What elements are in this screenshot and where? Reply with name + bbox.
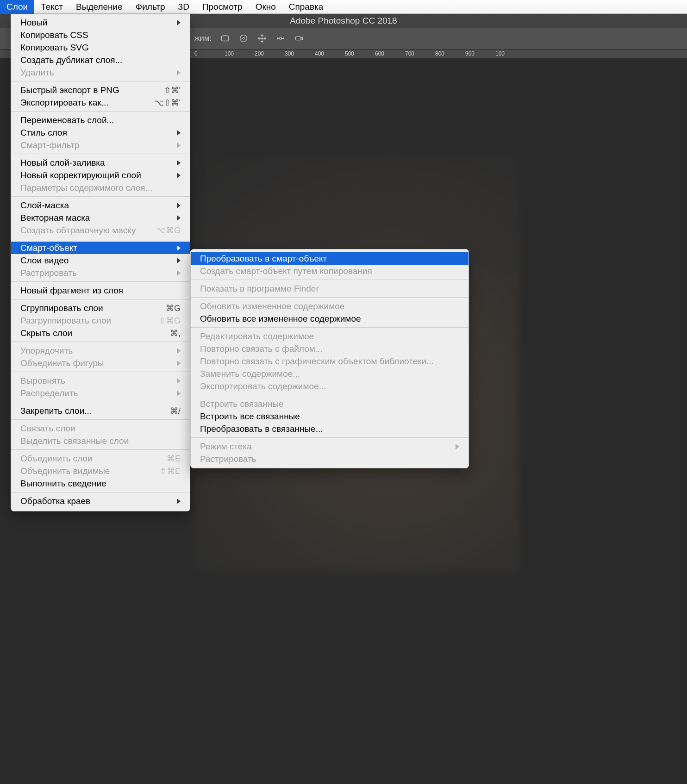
smart-object-submenu-item: Повторно связать с графическим объектом … <box>191 355 468 367</box>
menu-item-label: Смарт-фильтр <box>20 140 171 150</box>
layers-menu-item[interactable]: Переименовать слой... <box>11 114 190 126</box>
menubar-item-текст[interactable]: Текст <box>34 0 69 14</box>
layers-menu-item[interactable]: Новый корректирующий слой <box>11 169 190 181</box>
layers-menu-item[interactable]: Быстрый экспорт в PNG⇧⌘' <box>11 84 190 96</box>
menu-separator <box>11 492 190 492</box>
anchor-point-icon[interactable] <box>275 33 286 44</box>
smart-object-submenu-item: Редактировать содержимое <box>191 330 468 342</box>
ruler-tick: 100 <box>225 50 234 57</box>
menu-separator <box>191 327 468 328</box>
layers-menu-item[interactable]: Смарт-объект <box>11 242 190 254</box>
menubar-item-окно[interactable]: Окно <box>249 0 282 14</box>
menu-separator <box>191 280 468 280</box>
submenu-arrow-icon <box>177 143 181 148</box>
menu-item-shortcut: ⌘E <box>167 454 181 464</box>
smart-object-submenu-item[interactable]: Обновить все измененное содержимое <box>191 312 468 325</box>
layers-menu-item[interactable]: Слои видео <box>11 254 190 267</box>
ruler-tick: 0 <box>194 50 198 57</box>
menubar-item-выделение[interactable]: Выделение <box>69 0 129 14</box>
ruler-tick: 300 <box>285 50 294 57</box>
menu-separator <box>191 297 468 298</box>
menu-separator <box>191 395 468 395</box>
menu-item-label: Копировать SVG <box>20 43 181 53</box>
menu-item-label: Объединить видимые <box>20 466 160 476</box>
menu-item-shortcut: ⌘G <box>166 303 181 313</box>
menu-separator <box>11 449 190 450</box>
menu-item-label: Переименовать слой... <box>20 115 181 125</box>
move-arrows-icon[interactable] <box>257 33 267 44</box>
menu-item-label: Создать смарт-объект путем копирования <box>200 266 459 276</box>
layers-menu-item[interactable]: Закрепить слои...⌘/ <box>11 404 190 417</box>
smart-object-submenu-item: Растрировать <box>191 453 468 465</box>
layers-menu-item[interactable]: Обработка краев <box>11 495 190 507</box>
camera-icon[interactable] <box>294 33 304 44</box>
layers-menu-item: Связать слои <box>11 422 190 435</box>
ruler-tick: 700 <box>405 50 414 57</box>
layers-menu-item[interactable]: Копировать CSS <box>11 29 190 41</box>
menu-item-label: Экспортировать как... <box>20 98 154 108</box>
menubar-item-справка[interactable]: Справка <box>282 0 330 14</box>
submenu-arrow-icon <box>177 160 181 166</box>
menu-item-label: Выделить связанные слои <box>20 436 181 446</box>
layers-menu-item[interactable]: Скрыть слои⌘, <box>11 327 190 339</box>
smart-object-submenu-item: Повторно связать с файлом... <box>191 342 468 355</box>
smart-object-submenu-item: Обновить измененное содержимое <box>191 300 468 312</box>
ruler-tick: 200 <box>255 50 264 57</box>
layers-menu-item[interactable]: Экспортировать как...⌥⇧⌘' <box>11 96 190 109</box>
submenu-arrow-icon <box>456 444 459 449</box>
menubar-item-слои[interactable]: Слои <box>0 0 34 14</box>
smart-object-submenu-item: Показать в программе Finder <box>191 282 468 295</box>
menu-item-shortcut: ⇧⌘' <box>164 85 181 95</box>
menu-item-label: Сгруппировать слои <box>20 303 166 313</box>
menubar-item-3d[interactable]: 3D <box>172 0 196 14</box>
smart-object-submenu-item: Создать смарт-объект путем копирования <box>191 265 468 277</box>
menu-item-shortcut: ⌘/ <box>170 406 181 416</box>
smart-object-submenu-item: Заменить содержимое... <box>191 367 468 380</box>
layers-menu-item[interactable]: Выполнить сведение <box>11 477 190 490</box>
smart-object-submenu-item[interactable]: Преобразовать в связанные... <box>191 423 468 435</box>
menu-item-label: Разгруппировать слои <box>20 316 159 326</box>
submenu-arrow-icon <box>177 498 181 504</box>
menu-separator <box>11 111 190 112</box>
layers-menu-item: Разгруппировать слои⇧⌘G <box>11 314 190 327</box>
menu-item-label: Смарт-объект <box>20 243 171 253</box>
layers-menu-item[interactable]: Новый <box>11 16 190 29</box>
layers-menu-item[interactable]: Слой-маска <box>11 199 190 212</box>
menu-item-label: Выполнить сведение <box>20 479 181 489</box>
layers-menu-item[interactable]: Новый фрагмент из слоя <box>11 284 190 297</box>
smart-object-submenu-item[interactable]: Преобразовать в смарт-объект <box>191 252 468 265</box>
ruler-tick: 900 <box>465 50 475 57</box>
submenu-arrow-icon <box>177 361 181 366</box>
app-title: Adobe Photoshop CC 2018 <box>290 16 397 25</box>
menu-item-label: Экспортировать содержимое... <box>200 381 459 392</box>
layers-menu-item[interactable]: Новый слой-заливка <box>11 156 190 169</box>
layers-menu-item: Объединить слои⌘E <box>11 452 190 465</box>
svg-rect-2 <box>280 37 281 39</box>
menu-item-shortcut: ⇧⌘G <box>159 316 181 326</box>
layers-menu-item[interactable]: Стиль слоя <box>11 126 190 139</box>
ruler-tick: 400 <box>315 50 324 57</box>
rounded-rect-icon[interactable] <box>220 33 230 44</box>
menu-item-label: Выровнять <box>20 376 171 386</box>
submenu-arrow-icon <box>177 245 181 251</box>
menu-item-label: Векторная маска <box>20 213 171 223</box>
svg-point-0 <box>240 35 247 42</box>
menubar-item-фильтр[interactable]: Фильтр <box>129 0 172 14</box>
layers-menu-item[interactable]: Сгруппировать слои⌘G <box>11 302 190 314</box>
menu-item-label: Растрировать <box>20 268 171 278</box>
layers-menu-item[interactable]: Копировать SVG <box>11 41 190 54</box>
menu-item-label: Связать слои <box>20 423 181 434</box>
menu-item-label: Преобразовать в связанные... <box>200 424 459 434</box>
smart-object-submenu-item[interactable]: Встроить все связанные <box>191 410 468 423</box>
ruler-tick: 500 <box>345 50 354 57</box>
layers-menu-item[interactable]: Векторная маска <box>11 212 190 224</box>
circle-icon[interactable] <box>238 33 249 44</box>
menubar-item-просмотр[interactable]: Просмотр <box>196 0 249 14</box>
menu-item-label: Слои видео <box>20 255 171 266</box>
layers-menu-item: Растрировать <box>11 267 190 279</box>
menu-separator <box>11 154 190 154</box>
menu-item-label: Новый слой-заливка <box>20 158 171 168</box>
submenu-arrow-icon <box>177 130 181 136</box>
menu-separator <box>11 419 190 420</box>
layers-menu-item[interactable]: Создать дубликат слоя... <box>11 54 190 66</box>
